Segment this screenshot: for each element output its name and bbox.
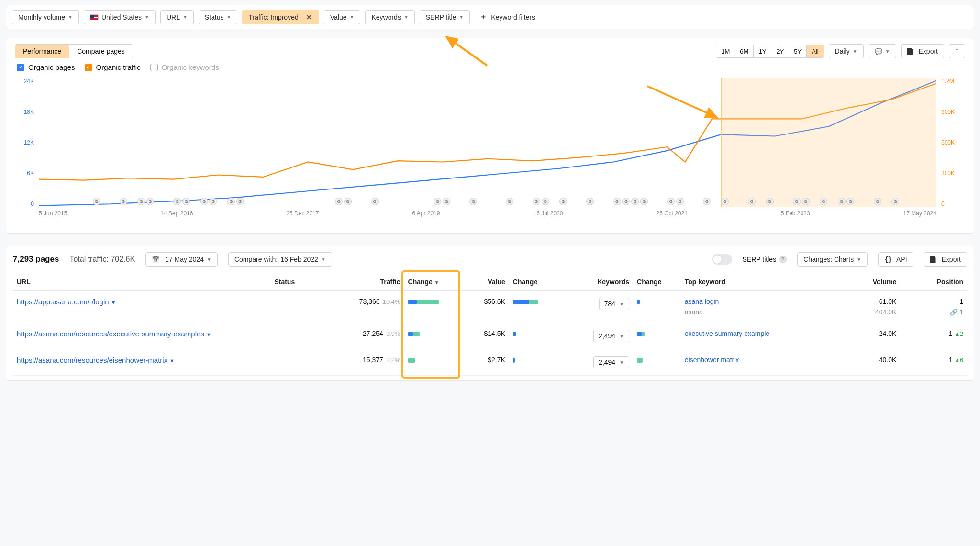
google-update-icon[interactable]: G bbox=[335, 198, 343, 205]
cell-keywords: 2,494 ▼ bbox=[566, 349, 633, 376]
google-update-icon[interactable]: G bbox=[640, 198, 648, 205]
google-update-icon[interactable]: G bbox=[846, 198, 854, 205]
collapse-chart-button[interactable]: ⌃ bbox=[949, 44, 965, 58]
google-update-icon[interactable]: G bbox=[344, 198, 352, 205]
filter-serp-title[interactable]: SERP title▼ bbox=[420, 10, 470, 24]
legend-organic-keywords[interactable]: Organic keywords bbox=[150, 63, 219, 71]
chevron-down-icon: ▼ bbox=[404, 14, 409, 20]
export-chart-button[interactable]: Export bbox=[901, 44, 944, 58]
page-url-link[interactable]: https://asana.com/resources/executive-su… bbox=[17, 330, 204, 338]
google-update-icon[interactable]: G bbox=[200, 198, 208, 205]
notes-button[interactable]: ▼ bbox=[869, 44, 896, 58]
google-update-icon[interactable]: G bbox=[622, 198, 630, 205]
col-value[interactable]: Value bbox=[461, 273, 509, 291]
export-table-button[interactable]: Export bbox=[924, 252, 967, 267]
google-update-icon[interactable]: G bbox=[93, 198, 100, 205]
page-url-link[interactable]: https://asana.com/resources/eisenhower-m… bbox=[17, 356, 167, 364]
google-update-icon[interactable]: G bbox=[838, 198, 846, 205]
google-update-icon[interactable]: G bbox=[793, 198, 801, 205]
cell-change-traffic bbox=[404, 291, 462, 323]
top-keyword-link[interactable]: eisenhower matrix bbox=[685, 356, 739, 364]
chevron-down-icon[interactable]: ▼ bbox=[111, 300, 116, 305]
range-2y[interactable]: 2Y bbox=[771, 45, 789, 57]
google-update-icon[interactable]: G bbox=[721, 198, 729, 205]
google-update-icon[interactable]: G bbox=[506, 198, 513, 205]
google-update-icon[interactable]: G bbox=[703, 198, 711, 205]
top-keyword-link[interactable]: executive summary example bbox=[685, 330, 769, 337]
col-change-traffic[interactable]: Change ▼ bbox=[404, 273, 462, 291]
google-update-icon[interactable]: G bbox=[120, 198, 127, 205]
api-button[interactable]: {}API bbox=[878, 252, 913, 267]
keywords-count-button[interactable]: 2,494 ▼ bbox=[593, 356, 629, 368]
google-update-icon[interactable]: G bbox=[182, 198, 190, 205]
range-all[interactable]: All bbox=[806, 45, 823, 57]
range-5y[interactable]: 5Y bbox=[789, 45, 806, 57]
google-update-icon[interactable]: G bbox=[874, 198, 881, 205]
close-icon[interactable]: ✕ bbox=[305, 13, 313, 21]
keywords-count-button[interactable]: 784 ▼ bbox=[599, 298, 629, 310]
google-update-icon[interactable]: G bbox=[766, 198, 774, 205]
google-update-icon[interactable]: G bbox=[443, 198, 450, 205]
filter-traffic-improved[interactable]: Traffic: Improved✕ bbox=[242, 10, 319, 24]
tab-performance[interactable]: Performance bbox=[15, 45, 69, 58]
google-update-icon[interactable]: G bbox=[227, 198, 235, 205]
google-update-icon[interactable]: G bbox=[631, 198, 639, 205]
col-keywords[interactable]: Keywords bbox=[566, 273, 633, 291]
compare-date-picker[interactable]: Compare with: 16 Feb 2022▼ bbox=[228, 252, 332, 267]
google-update-icon[interactable]: G bbox=[371, 198, 379, 205]
google-update-icon[interactable]: G bbox=[802, 198, 810, 205]
col-change-keywords[interactable]: Change bbox=[633, 273, 681, 291]
col-traffic[interactable]: Traffic bbox=[318, 273, 404, 291]
filter-monthly-volume[interactable]: Monthly volume▼ bbox=[12, 10, 79, 24]
top-keyword-link[interactable]: asana bbox=[685, 308, 703, 316]
col-url[interactable]: URL bbox=[13, 273, 270, 291]
google-update-icon[interactable]: G bbox=[891, 198, 899, 205]
filter-keywords[interactable]: Keywords▼ bbox=[365, 10, 414, 24]
google-update-icon[interactable]: G bbox=[820, 198, 827, 205]
range-1m[interactable]: 1M bbox=[716, 45, 735, 57]
google-update-icon[interactable]: G bbox=[613, 198, 621, 205]
google-update-icon[interactable]: G bbox=[559, 198, 567, 205]
range-1y[interactable]: 1Y bbox=[753, 45, 771, 57]
google-update-icon[interactable]: G bbox=[533, 198, 540, 205]
chevron-down-icon: ▼ bbox=[350, 14, 355, 20]
google-update-icon[interactable]: G bbox=[236, 198, 244, 205]
date-picker[interactable]: 17 May 2024▼ bbox=[145, 252, 218, 267]
filter-status[interactable]: Status▼ bbox=[199, 10, 238, 24]
serp-titles-label: SERP titles? bbox=[743, 256, 787, 263]
google-update-icon[interactable]: G bbox=[667, 198, 675, 205]
granularity-select[interactable]: Daily▼ bbox=[829, 44, 864, 58]
chevron-down-icon[interactable]: ▼ bbox=[206, 332, 212, 337]
google-update-icon[interactable]: G bbox=[542, 198, 549, 205]
legend-organic-traffic[interactable]: ✓Organic traffic bbox=[85, 63, 141, 71]
page-url-link[interactable]: https://app.asana.com/-/login bbox=[17, 298, 109, 306]
keyword-filters-button[interactable]: ＋Keyword filters bbox=[475, 9, 540, 25]
serp-titles-toggle[interactable] bbox=[712, 254, 732, 265]
col-top-keyword[interactable]: Top keyword bbox=[681, 273, 834, 291]
google-update-icon[interactable]: G bbox=[146, 198, 154, 205]
google-update-icon[interactable]: G bbox=[173, 198, 181, 205]
help-icon[interactable]: ? bbox=[779, 256, 787, 263]
keywords-count-button[interactable]: 2,494 ▼ bbox=[593, 330, 629, 342]
google-update-icon[interactable]: G bbox=[469, 198, 477, 205]
range-6m[interactable]: 6M bbox=[735, 45, 753, 57]
google-update-icon[interactable]: G bbox=[137, 198, 145, 205]
filter-url[interactable]: URL▼ bbox=[160, 10, 194, 24]
filter-country[interactable]: United States▼ bbox=[84, 10, 156, 24]
top-keyword-link[interactable]: asana login bbox=[685, 298, 719, 305]
google-update-icon[interactable]: G bbox=[209, 198, 217, 205]
google-update-icon[interactable]: G bbox=[676, 198, 684, 205]
chart[interactable]: 24K 18K 12K 6K 0 1.2M 900K 600K 300K 0 G… bbox=[15, 78, 965, 222]
google-update-icon[interactable]: G bbox=[748, 198, 756, 205]
col-volume[interactable]: Volume bbox=[834, 273, 901, 291]
col-change-value[interactable]: Change bbox=[509, 273, 567, 291]
changes-display-select[interactable]: Changes: Charts▼ bbox=[797, 252, 868, 267]
tab-compare-pages[interactable]: Compare pages bbox=[69, 45, 133, 58]
legend-organic-pages[interactable]: ✓Organic pages bbox=[17, 63, 75, 71]
chevron-down-icon[interactable]: ▼ bbox=[169, 358, 175, 364]
filter-value[interactable]: Value▼ bbox=[324, 10, 361, 24]
col-status[interactable]: Status bbox=[270, 273, 318, 291]
col-position[interactable]: Position bbox=[900, 273, 967, 291]
google-update-icon[interactable]: G bbox=[434, 198, 441, 205]
google-update-icon[interactable]: G bbox=[586, 198, 594, 205]
